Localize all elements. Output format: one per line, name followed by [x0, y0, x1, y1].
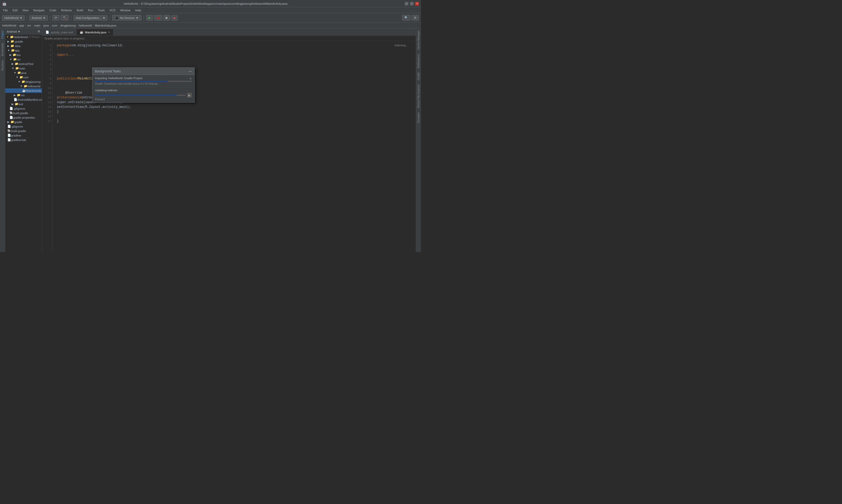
tree-item-androidmanifest[interactable]: 📄 AndroidManifest.xml	[5, 97, 42, 102]
android-selector[interactable]: Android ▼	[29, 15, 48, 20]
tree-item-label: MainActivity	[26, 89, 41, 92]
toolbar-separator-5	[144, 15, 144, 20]
chevron-down-icon-3: ▼	[103, 16, 106, 19]
device-file-explorer-tab[interactable]: Device File Explorer	[416, 82, 421, 110]
menu-help[interactable]: Help	[133, 8, 143, 12]
project-panel-header: Android ▼ ⚙	[5, 29, 42, 35]
tree-item-main[interactable]: ▼ 📁 main	[5, 66, 42, 71]
tree-item-java[interactable]: ▼ 📁 java	[5, 71, 42, 75]
settings-button[interactable]: ⚙	[412, 15, 419, 20]
editor-tabs: 📄 activity_main.xml ☕ MainActivity.java …	[42, 29, 416, 36]
tree-item-label: AndroidManifest.xml	[17, 98, 42, 101]
menu-vcs[interactable]: VCS	[107, 8, 118, 12]
tree-item-gradle[interactable]: ▶ 📁 .gradle	[5, 39, 42, 44]
toolbar-separator-2	[50, 15, 50, 20]
gear-icon[interactable]: ⚙	[38, 30, 40, 33]
menu-build[interactable]: Build	[75, 8, 85, 12]
tab-close-button[interactable]: ✕	[108, 31, 110, 34]
breadcrumb-app[interactable]: app	[19, 24, 24, 27]
breadcrumb-dingjiaxiong[interactable]: dingjiaxiong	[60, 24, 75, 27]
breadcrumb-helloworld[interactable]: helloworld	[79, 24, 92, 27]
sync-project-button[interactable]: ⟳	[52, 15, 59, 20]
search-everywhere-button[interactable]: 🔍	[402, 15, 411, 20]
java-file-icon: ☕	[22, 89, 26, 92]
tree-item-build-gradle-app[interactable]: 🐘 build.gradle	[5, 111, 42, 115]
tree-item-root-build-gradle[interactable]: 🐘 build.gradle	[5, 129, 42, 133]
file-icon: 📄	[7, 138, 11, 142]
breadcrumb-hello[interactable]: HelloWorld	[2, 24, 16, 27]
folder-icon: 📁	[17, 93, 20, 97]
chevron-down-icon: ▼	[20, 16, 23, 19]
tree-item-label: helloworld	[28, 85, 40, 88]
bookmarks-tab[interactable]: Bookmarks	[0, 41, 5, 58]
menu-bar: File Edit View Navigate Code Refactor Bu…	[0, 7, 421, 13]
tree-item-test[interactable]: ▶ 📁 test	[5, 102, 42, 106]
menu-edit[interactable]: Edit	[11, 8, 20, 12]
tree-item-mainactivity[interactable]: ☕ MainActivity	[5, 88, 42, 93]
tree-item-libs[interactable]: ▶ 📁 libs	[5, 53, 42, 57]
menu-tools[interactable]: Tools	[96, 8, 107, 12]
tab-mainactivity-java[interactable]: ☕ MainActivity.java ✕	[76, 29, 113, 36]
add-config-button[interactable]: Add Configuration... ▼	[73, 15, 108, 20]
tree-item-label: gradlew.bat	[11, 138, 26, 142]
menu-window[interactable]: Window	[118, 8, 132, 12]
tab-activity-main-xml[interactable]: 📄 activity_main.xml	[42, 29, 76, 36]
folder-icon: 📁	[15, 67, 19, 70]
emulator-tab[interactable]: Emulator	[416, 110, 421, 125]
android-dropdown[interactable]: Android ▼	[7, 30, 20, 33]
menu-view[interactable]: View	[20, 8, 31, 12]
title-bar-controls: — □ ✕	[405, 2, 419, 5]
notifications-tab[interactable]: Notifications	[416, 52, 421, 70]
run-button[interactable]: ▶	[146, 15, 153, 20]
tree-item-idea[interactable]: ▶ 📁 .idea	[5, 44, 42, 48]
tree-item-androidtest[interactable]: ▶ 📁 androidTest	[5, 61, 42, 66]
tree-item-label: build.gradle	[13, 111, 28, 115]
tree-item-helloworld-pkg[interactable]: ▼ 📁 helloworld	[5, 84, 42, 88]
breadcrumb-mainactivity[interactable]: MainActivity.java	[95, 24, 116, 27]
menu-refactor[interactable]: Refactor	[59, 8, 74, 12]
file-icon: 📄	[7, 125, 11, 128]
breadcrumb-src[interactable]: src	[27, 24, 31, 27]
tree-item-gradle-props[interactable]: 📄 gradle.properties	[5, 115, 42, 120]
toolbar-separator-1	[27, 15, 27, 20]
tree-item-root-gitignore[interactable]: 📄 .gitignore	[5, 124, 42, 129]
menu-code[interactable]: Code	[47, 8, 58, 12]
tree-item-dingjiaxiong[interactable]: ▼ 📁 dingjiaxiong	[5, 79, 42, 84]
tree-item-com[interactable]: ▼ 📁 com	[5, 75, 42, 79]
menu-file[interactable]: File	[1, 8, 10, 12]
tree-item-src[interactable]: ▼ 📁 src	[5, 57, 42, 61]
gradle-file-icon: 🐘	[10, 111, 13, 115]
bg-task-resume-button[interactable]: ▶	[187, 93, 192, 97]
bg-task-cancel-button[interactable]: ✕	[189, 77, 192, 80]
toolbar: HelloWorld ▼ Android ▼ ⟳ 🔨 Add Configura…	[0, 13, 421, 23]
tree-item-res[interactable]: ▶ 📁 res	[5, 93, 42, 97]
bg-tasks-minimize-button[interactable]: —	[189, 69, 192, 73]
no-devices-button[interactable]: 📱 No Devices ▼	[112, 15, 141, 20]
menu-navigate[interactable]: Navigate	[31, 8, 47, 12]
title-bar-center: HelloWorld – D:\DingJiaxiong\AndroidStud…	[6, 2, 405, 5]
tree-item-helloworld[interactable]: ▼ 📁 HelloWorld D:\DingJi...	[5, 35, 42, 39]
tree-item-gradlew[interactable]: 📄 gradlew	[5, 133, 42, 138]
device-manager-tab[interactable]: Device Manager	[416, 29, 421, 52]
project-tab[interactable]: Project	[0, 29, 5, 41]
close-button[interactable]: ✕	[415, 2, 419, 5]
stop-button[interactable]: ■	[171, 15, 178, 20]
tree-item-gitignore[interactable]: 📄 .gitignore	[5, 106, 42, 111]
structure-tab[interactable]: Structure	[0, 58, 5, 73]
breadcrumb-main[interactable]: main	[34, 24, 40, 27]
project-selector[interactable]: HelloWorld ▼	[2, 15, 25, 20]
debug-button[interactable]: 🐞	[154, 15, 162, 20]
menu-run[interactable]: Run	[86, 8, 95, 12]
minimize-button[interactable]: —	[405, 2, 408, 5]
gradle-tab[interactable]: Gradle	[416, 70, 421, 82]
run-with-coverage-button[interactable]: ▶	[163, 15, 170, 20]
tree-item-app[interactable]: ▼ 📁 app	[5, 48, 42, 53]
tree-item-gradlew-bat[interactable]: 📄 gradlew.bat	[5, 138, 42, 142]
tree-item-gradle-folder[interactable]: ▶ 📁 gradle	[5, 120, 42, 124]
tree-item-label: .gitignore	[13, 107, 25, 110]
expand-icon: ▼	[6, 36, 9, 38]
breadcrumb-com[interactable]: com	[52, 24, 57, 27]
make-project-button[interactable]: 🔨	[60, 15, 69, 20]
breadcrumb-java[interactable]: java	[43, 24, 49, 27]
maximize-button[interactable]: □	[410, 2, 414, 5]
